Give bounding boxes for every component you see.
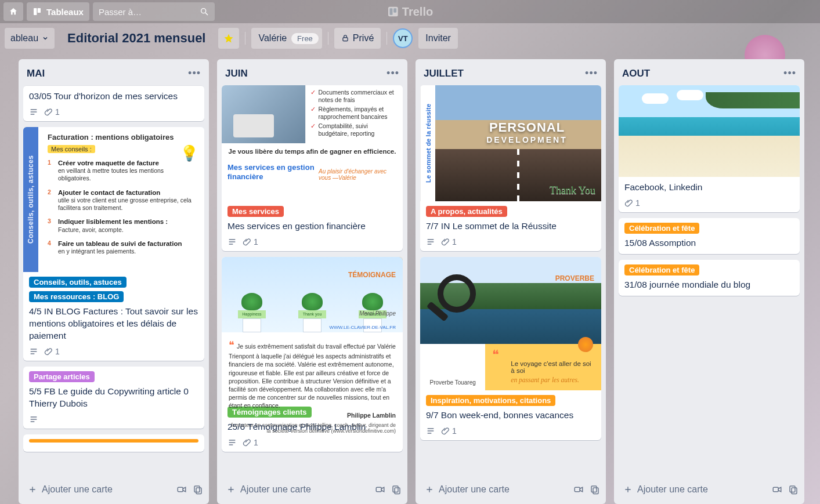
list-title[interactable]: JUIN	[225, 68, 248, 79]
card-title: 15/08 Assomption	[624, 237, 794, 249]
card[interactable]: Facebook, Linkedin 1	[619, 85, 800, 212]
card-title: 5/5 FB Le guide du Copywriting article 0…	[29, 386, 198, 410]
paperclip-icon	[44, 107, 53, 116]
video-icon[interactable]	[375, 484, 385, 495]
attachment-badge: 1	[44, 347, 60, 356]
plus-icon	[425, 485, 434, 494]
list-title[interactable]: AOUT	[622, 68, 650, 79]
card-title: 4/5 IN BLOG Factures : Tout savoir sur l…	[29, 306, 198, 342]
lock-icon	[341, 34, 349, 42]
video-icon[interactable]	[176, 484, 187, 495]
topbar: Tableaux Passer à… Trello	[0, 0, 820, 23]
card-title: 7/7 IN Le sommet de la Réussite	[426, 220, 595, 233]
card-label: A propos, actualités	[426, 206, 507, 217]
list-menu-button[interactable]: •••	[186, 65, 203, 82]
svg-rect-14	[575, 487, 580, 492]
visibility-label: Privé	[353, 33, 374, 43]
template-icon[interactable]	[590, 484, 600, 495]
svg-point-2	[201, 9, 206, 13]
plus-icon	[28, 485, 37, 494]
invite-label: Inviter	[425, 33, 451, 43]
home-button[interactable]	[3, 2, 23, 21]
svg-rect-19	[792, 488, 797, 494]
card[interactable]: Documents commerciaux et notes de frais …	[222, 85, 403, 251]
avatar[interactable]: VT	[393, 28, 413, 48]
svg-rect-8	[178, 487, 183, 492]
list-title[interactable]: JUILLET	[424, 68, 464, 79]
list-mai: MAI ••• 03/05 Tour d'horizon de mes serv…	[19, 59, 209, 504]
list-menu-button[interactable]: •••	[781, 65, 799, 82]
attachment-badge: 1	[243, 237, 258, 246]
list-menu-button[interactable]: •••	[583, 65, 600, 82]
svg-rect-13	[395, 488, 400, 494]
star-button[interactable]	[218, 28, 239, 49]
description-icon	[29, 415, 38, 424]
card[interactable]: PROVERBE Proverbe Touareg Le voyage c'es…	[420, 257, 601, 440]
board-bar: ableau Editorial 2021 mensuel Valérie Fr…	[0, 23, 820, 53]
board-dropdown[interactable]: ableau	[5, 28, 55, 49]
attachment-badge: 1	[243, 438, 258, 447]
list-juillet: JUILLET ••• Le sommet de la réussite PER…	[416, 59, 606, 504]
card-cover: Conseils, outils, astuces Facturation : …	[23, 127, 204, 272]
divider	[328, 32, 328, 45]
card[interactable]	[23, 434, 204, 452]
board-title[interactable]: Editorial 2021 mensuel	[60, 31, 212, 46]
add-card-button[interactable]: Ajouter une carte	[223, 481, 315, 498]
search-placeholder: Passer à…	[99, 7, 142, 17]
svg-rect-17	[773, 487, 778, 492]
template-icon[interactable]	[788, 484, 799, 495]
video-icon[interactable]	[772, 484, 782, 495]
add-card-button[interactable]: Ajouter une carte	[421, 481, 513, 498]
list-juin: JUIN ••• Documents commerciaux et notes …	[217, 59, 407, 504]
search-input[interactable]: Passer à…	[93, 2, 215, 21]
add-card-button[interactable]: Ajouter une carte	[620, 481, 711, 498]
search-icon	[200, 7, 209, 16]
workspace-chip[interactable]: Valérie Free	[251, 28, 322, 49]
list-aout: AOUT ••• Facebook, Linkedin 1 Célébratio…	[614, 59, 804, 504]
card-title: 03/05 Tour d'horizon de mes services	[29, 90, 198, 103]
card-label: Partage articles	[29, 371, 95, 382]
card[interactable]: Conseils, outils, astuces Facturation : …	[23, 127, 204, 361]
template-icon[interactable]	[193, 484, 203, 495]
svg-rect-1	[38, 8, 41, 13]
boards-button[interactable]: Tableaux	[27, 2, 89, 21]
card[interactable]: Le sommet de la réussite PERSONALDEVELOP…	[420, 85, 601, 251]
card-label: Mes services	[227, 206, 284, 217]
list-title[interactable]: MAI	[27, 68, 45, 79]
svg-rect-5	[389, 8, 392, 15]
plan-badge: Free	[291, 33, 319, 44]
card[interactable]: Célébration et fête 31/08 journée mondia…	[619, 260, 800, 296]
workspace-user: Valérie	[258, 33, 287, 43]
card[interactable]: Partage articles 5/5 FB Le guide du Copy…	[23, 367, 204, 429]
list-menu-button[interactable]: •••	[384, 65, 402, 82]
card[interactable]: Happiness Thank you Gratitude TÉMOIGNAGE…	[222, 257, 403, 452]
svg-rect-11	[376, 487, 381, 492]
card-title: 9/7 Bon week-end, bonnes vacances	[426, 409, 595, 422]
card[interactable]: 03/05 Tour d'horizon de mes services 1	[23, 85, 204, 121]
description-icon	[227, 237, 237, 246]
attachment-badge: 1	[44, 107, 60, 117]
visibility-button[interactable]: Privé	[334, 28, 381, 49]
svg-rect-12	[393, 486, 398, 492]
video-icon[interactable]	[573, 484, 584, 495]
svg-rect-6	[393, 8, 396, 13]
svg-rect-7	[343, 38, 348, 41]
card-cover: Documents commerciaux et notes de frais …	[222, 85, 403, 201]
invite-button[interactable]: Inviter	[418, 28, 458, 49]
plus-icon	[226, 485, 236, 494]
boards-icon	[32, 7, 42, 16]
svg-rect-16	[593, 488, 598, 494]
attachment-badge: 1	[441, 426, 457, 436]
home-icon	[9, 7, 18, 16]
description-icon	[29, 347, 38, 356]
card[interactable]: Célébration et fête 15/08 Assomption	[619, 218, 800, 254]
card-cover: PROVERBE Proverbe Touareg Le voyage c'es…	[420, 257, 601, 390]
trello-logo-icon	[387, 6, 399, 17]
card-title: Facebook, Linkedin	[624, 182, 794, 194]
card-cover: Le sommet de la réussite PERSONALDEVELOP…	[420, 85, 601, 201]
description-icon	[29, 107, 38, 117]
description-icon	[227, 438, 237, 447]
template-icon[interactable]	[391, 484, 402, 495]
card-cover	[619, 85, 800, 177]
add-card-button[interactable]: Ajouter une carte	[24, 481, 116, 498]
